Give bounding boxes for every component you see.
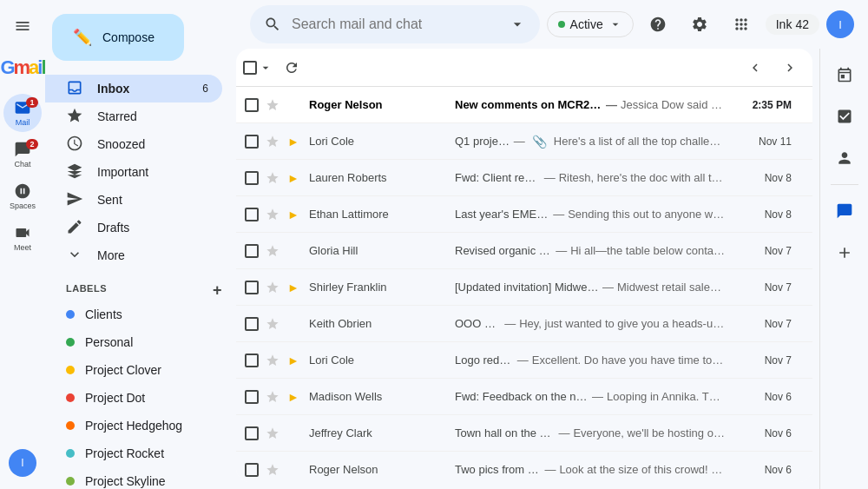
next-page-button[interactable]	[774, 52, 806, 83]
email-star-button[interactable]	[264, 354, 281, 367]
label-item[interactable]: Project Dot	[45, 384, 222, 412]
label-item[interactable]: Project Clover	[45, 356, 222, 384]
email-checkbox-area[interactable]	[243, 317, 260, 331]
nav-more[interactable]: More	[45, 241, 222, 269]
search-dropdown-icon[interactable]	[509, 16, 526, 33]
email-checkbox-area[interactable]	[243, 426, 260, 440]
email-row[interactable]: ► Lauren Roberts Fwd: Client resources f…	[236, 160, 812, 196]
email-checkbox-area[interactable]	[243, 463, 260, 477]
rail-meet-label: Meet	[14, 243, 31, 252]
email-row[interactable]: ► Shirley Franklin [Updated invitation] …	[236, 269, 812, 306]
email-checkbox[interactable]	[245, 135, 259, 149]
email-star-button[interactable]	[264, 135, 281, 149]
email-row[interactable]: ► Keith Obrien OOO next week — Hey, just…	[236, 306, 812, 342]
rail-spaces-button[interactable]: Spaces	[3, 177, 42, 215]
email-star-button[interactable]	[264, 208, 281, 221]
label-item[interactable]: Personal	[45, 328, 222, 356]
label-item[interactable]: Project Skyline	[45, 467, 222, 489]
email-checkbox-area[interactable]	[243, 354, 260, 367]
rail-meet-button[interactable]: Meet	[3, 219, 42, 257]
email-checkbox[interactable]	[245, 426, 259, 440]
email-star-button[interactable]	[264, 390, 281, 404]
hamburger-menu-button[interactable]	[3, 7, 42, 45]
email-star-button[interactable]	[264, 171, 281, 185]
email-checkbox-area[interactable]	[243, 244, 260, 258]
label-color-dot	[66, 366, 75, 374]
email-checkbox-area[interactable]	[243, 208, 260, 221]
email-checkbox-area[interactable]	[243, 98, 260, 112]
email-star-button[interactable]	[264, 244, 281, 258]
label-list: ClientsPersonalProject CloverProject Dot…	[45, 301, 236, 489]
label-item[interactable]: Project Hedgehog	[45, 412, 222, 439]
email-row[interactable]: ► Madison Wells Fwd: Feedback on the new…	[236, 379, 812, 415]
label-item[interactable]: Clients	[45, 301, 222, 328]
settings-button[interactable]	[682, 7, 717, 42]
nav-drafts[interactable]: Drafts	[45, 214, 222, 241]
email-star-button[interactable]	[264, 98, 281, 112]
contacts-icon-button[interactable]	[825, 139, 864, 177]
search-input[interactable]	[292, 17, 498, 32]
email-row[interactable]: ► Lori Cole Q1 project wrap-up — 📎 Here'…	[236, 123, 812, 160]
add-label-button[interactable]: +	[213, 281, 222, 300]
email-star-button[interactable]	[264, 281, 281, 294]
nav-snoozed[interactable]: Snoozed	[45, 130, 222, 158]
email-row[interactable]: ► Ethan Lattimore Last year's EMEA strat…	[236, 196, 812, 233]
email-checkbox[interactable]	[245, 354, 259, 367]
important-label: Important	[97, 165, 208, 179]
help-button[interactable]	[641, 7, 675, 42]
email-checkbox-area[interactable]	[243, 171, 260, 185]
email-date: Nov 8	[736, 208, 806, 221]
email-checkbox-area[interactable]	[243, 390, 260, 404]
chat-icon-button[interactable]	[825, 192, 864, 230]
email-snippet: Excellent. Do have you have time to meet…	[532, 354, 726, 367]
search-bar[interactable]	[250, 5, 540, 43]
label-item[interactable]: Project Rocket	[45, 439, 222, 467]
calendar-icon-button[interactable]	[825, 56, 864, 94]
email-checkbox-area[interactable]	[243, 135, 260, 149]
email-date: Nov 6	[736, 427, 806, 439]
email-row[interactable]: ► Roger Nelson Two pics from the confere…	[236, 452, 812, 482]
add-plugin-button[interactable]	[825, 234, 864, 272]
refresh-button[interactable]	[276, 52, 307, 83]
email-sender: Roger Nelson	[306, 98, 444, 111]
email-row[interactable]: ► Roger Nelson New comments on MCR2020 d…	[236, 87, 812, 123]
ink-profile-button[interactable]: Ink 42	[766, 14, 819, 35]
inbox-container: ► Roger Nelson New comments on MCR2020 d…	[236, 49, 812, 482]
nav-inbox[interactable]: Inbox 6	[45, 75, 222, 102]
email-checkbox[interactable]	[245, 281, 259, 294]
rail-user-avatar[interactable]: I	[3, 444, 42, 482]
user-avatar[interactable]: I	[826, 10, 854, 38]
email-checkbox[interactable]	[245, 244, 259, 258]
email-checkbox[interactable]	[245, 98, 259, 112]
email-subject: Fwd: Client resources for Q3	[455, 171, 541, 184]
email-checkbox-area[interactable]	[243, 281, 260, 294]
select-dropdown-icon[interactable]	[259, 61, 273, 75]
email-row[interactable]: ► Gloria Hill Revised organic search num…	[236, 233, 812, 269]
select-all-area[interactable]	[243, 61, 273, 75]
nav-starred[interactable]: Starred	[45, 102, 222, 130]
email-row[interactable]: ► Lori Cole Logo redesign ideas — Excell…	[236, 342, 812, 379]
email-checkbox[interactable]	[245, 463, 259, 477]
prev-page-button[interactable]	[740, 52, 771, 83]
email-checkbox[interactable]	[245, 208, 259, 221]
active-chevron-icon	[608, 17, 622, 31]
nav-sent[interactable]: Sent	[45, 186, 222, 214]
email-sender: Madison Wells	[306, 390, 444, 403]
rail-mail-button[interactable]: Mail 1	[3, 94, 42, 132]
email-sender: Lori Cole	[306, 354, 444, 367]
select-all-checkbox[interactable]	[243, 61, 257, 75]
email-content: OOO next week — Hey, just wanted to give…	[448, 317, 733, 330]
apps-button[interactable]	[724, 7, 759, 42]
email-row[interactable]: ► Jeffrey Clark Town hall on the upcomin…	[236, 415, 812, 452]
active-status-button[interactable]: Active	[547, 11, 634, 37]
tasks-icon-button[interactable]	[825, 97, 864, 135]
email-checkbox[interactable]	[245, 390, 259, 404]
email-star-button[interactable]	[264, 426, 281, 440]
email-checkbox[interactable]	[245, 171, 259, 185]
rail-chat-button[interactable]: Chat 2	[3, 135, 42, 174]
email-star-button[interactable]	[264, 317, 281, 331]
nav-important[interactable]: Important	[45, 158, 222, 186]
email-checkbox[interactable]	[245, 317, 259, 331]
compose-button[interactable]: ✏️ Compose	[52, 14, 184, 61]
email-star-button[interactable]	[264, 463, 281, 477]
